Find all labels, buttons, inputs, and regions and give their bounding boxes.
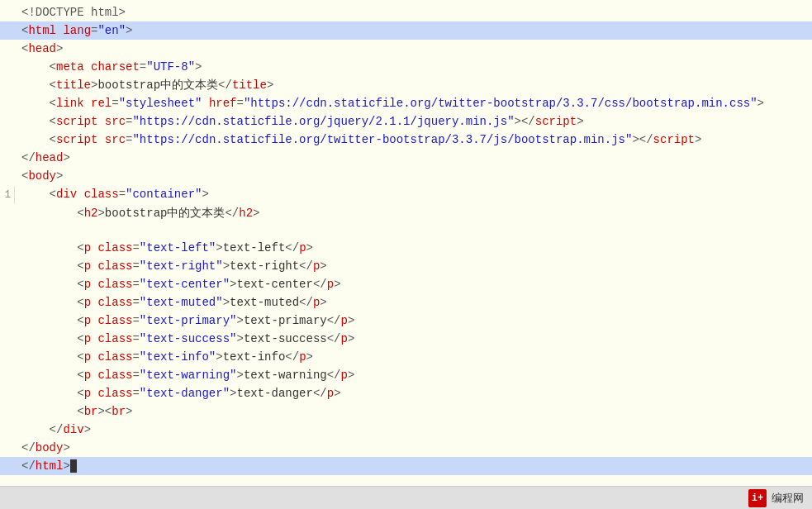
code-line: <p class="text-success">text-success</p> — [0, 330, 812, 348]
line-content: <body> — [21, 168, 812, 184]
line-content: <p class="text-right">text-right</p> — [21, 258, 812, 274]
code-line: <p class="text-muted">text-muted</p> — [0, 293, 812, 312]
line-content: <p class="text-left">text-left</p> — [21, 240, 812, 256]
line-content: <title>bootstrap中的文本类</title> — [21, 77, 812, 93]
line-content: </html> — [21, 458, 812, 474]
code-line — [0, 222, 812, 239]
code-line: <p class="text-info">text-info</p> — [0, 348, 812, 366]
line-content: <p class="text-muted">text-muted</p> — [21, 294, 812, 311]
line-content: <script src="https://cdn.staticfile.org/… — [21, 131, 812, 148]
code-line: 1 <div class="container"> — [0, 185, 812, 204]
line-content: <p class="text-center">text-center</p> — [21, 276, 812, 293]
line-content: <head> — [21, 40, 812, 57]
code-line: <head> — [0, 40, 812, 58]
code-line: <h2>bootstrap中的文本类</h2> — [0, 204, 812, 222]
code-line: </html> — [0, 457, 812, 475]
line-content: </div> — [21, 421, 812, 438]
code-line: <p class="text-left">text-left</p> — [0, 239, 812, 257]
code-line: <html lang="en"> — [0, 21, 812, 40]
line-content: <script src="https://cdn.staticfile.org/… — [21, 113, 812, 130]
code-line: <p class="text-right">text-right</p> — [0, 257, 812, 275]
line-content: <p class="text-success">text-success</p> — [21, 331, 812, 347]
code-line: <!DOCTYPE html> — [0, 3, 812, 21]
code-line: <script src="https://cdn.staticfile.org/… — [0, 131, 812, 149]
code-line: <p class="text-primary">text-primary</p> — [0, 312, 812, 330]
code-line: </head> — [0, 149, 812, 167]
line-content: <p class="text-info">text-info</p> — [21, 349, 812, 365]
line-content: </body> — [21, 440, 812, 456]
line-content: <p class="text-danger">text-danger</p> — [21, 385, 812, 402]
logo: i+ 编程网 — [748, 489, 804, 507]
line-content: <p class="text-primary">text-primary</p> — [21, 312, 812, 329]
logo-text: 编程网 — [772, 491, 804, 506]
code-line: <link rel="stylesheet" href="https://cdn… — [0, 94, 812, 112]
line-content: <div class="container"> — [21, 186, 812, 202]
code-line: </body> — [0, 439, 812, 457]
code-editor: <!DOCTYPE html><html lang="en"><head> <m… — [0, 0, 812, 509]
line-number: 1 — [0, 187, 15, 203]
line-content: <meta charset="UTF-8"> — [21, 59, 812, 75]
line-content: <link rel="stylesheet" href="https://cdn… — [21, 95, 812, 112]
status-bar: i+ 编程网 — [0, 486, 812, 509]
code-line: <br><br> — [0, 402, 812, 421]
line-content: <!DOCTYPE html> — [21, 4, 812, 21]
line-content: <p class="text-warning">text-warning</p> — [21, 367, 812, 383]
code-line: <meta charset="UTF-8"> — [0, 58, 812, 76]
line-content: <html lang="en"> — [21, 22, 812, 39]
code-line: </div> — [0, 421, 812, 439]
code-line: <body> — [0, 167, 812, 185]
line-content: </head> — [21, 150, 812, 166]
line-content: <h2>bootstrap中的文本类</h2> — [21, 205, 812, 221]
code-line: <p class="text-warning">text-warning</p> — [0, 366, 812, 384]
code-line: <title>bootstrap中的文本类</title> — [0, 76, 812, 94]
logo-icon: i+ — [748, 489, 767, 507]
code-line: <script src="https://cdn.staticfile.org/… — [0, 112, 812, 131]
code-line: <p class="text-danger">text-danger</p> — [0, 384, 812, 402]
code-line: <p class="text-center">text-center</p> — [0, 275, 812, 293]
line-content: <br><br> — [21, 403, 812, 420]
